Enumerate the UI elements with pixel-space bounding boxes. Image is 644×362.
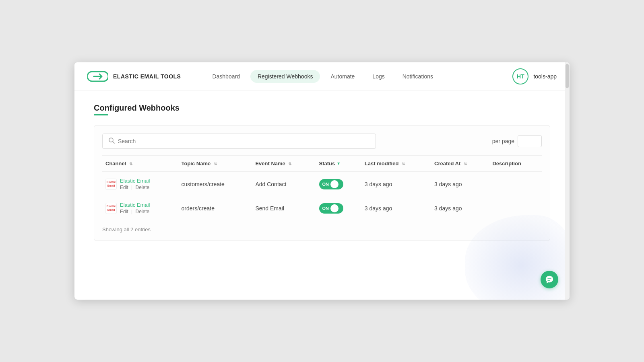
- search-input[interactable]: [118, 138, 370, 144]
- channel-actions-1: Edit | Delete: [120, 209, 150, 214]
- per-page-label: per page: [492, 138, 514, 144]
- nav-links: Dashboard Registered Webhooks Automate L…: [205, 70, 512, 83]
- table-container: per page 10 Channel ⇅ Topic Name ⇅: [94, 125, 550, 241]
- cell-status-1: ON: [316, 196, 361, 220]
- table-controls: per page 10: [102, 134, 542, 149]
- channel-name-0: Elastic Email: [120, 178, 150, 184]
- cell-event-1: Send Email: [252, 196, 316, 220]
- col-channel: Channel ⇅: [102, 156, 178, 172]
- cell-description-0: [489, 172, 542, 196]
- status-toggle-1[interactable]: ON: [319, 203, 343, 214]
- col-status-filter-icon[interactable]: ▼: [336, 161, 341, 166]
- elastic-logo-1: ElasticEmail: [105, 203, 117, 214]
- table-row: ElasticEmail Elastic Email Edit | Delete…: [102, 196, 542, 220]
- col-description: Description: [489, 156, 542, 172]
- table-footer: Showing all 2 entries: [102, 226, 542, 232]
- per-page-input[interactable]: 10: [518, 135, 542, 147]
- logo-text: ELASTIC EMAIL TOOLS: [113, 73, 181, 80]
- toggle-knob-0: [330, 180, 339, 188]
- cell-created-at-1: 3 days ago: [431, 196, 489, 220]
- col-channel-sort-icon[interactable]: ⇅: [129, 162, 132, 166]
- col-topic-sort-icon[interactable]: ⇅: [214, 162, 217, 166]
- elastic-logo-0: ElasticEmail: [105, 179, 117, 190]
- cell-event-0: Add Contact: [252, 172, 316, 196]
- separator-1: |: [131, 209, 132, 214]
- cell-created-at-0: 3 days ago: [431, 172, 489, 196]
- logo-icon: [87, 70, 108, 83]
- nav-registered-webhooks[interactable]: Registered Webhooks: [250, 70, 320, 83]
- scroll-thumb: [566, 64, 569, 88]
- table-body: ElasticEmail Elastic Email Edit | Delete…: [102, 172, 542, 220]
- toggle-knob-1: [330, 204, 339, 212]
- nav-logs[interactable]: Logs: [365, 70, 392, 83]
- col-last-modified: Last modified ⇅: [361, 156, 431, 172]
- table-header-row: Channel ⇅ Topic Name ⇅ Event Name ⇅: [102, 156, 542, 172]
- navbar: ELASTIC EMAIL TOOLS Dashboard Registered…: [74, 62, 570, 90]
- col-status: Status ▼: [316, 156, 361, 172]
- toggle-label-1: ON: [322, 206, 329, 211]
- logo-area: ELASTIC EMAIL TOOLS: [87, 70, 181, 83]
- page-title: Configured Webhooks: [94, 103, 550, 113]
- title-underline: [94, 114, 108, 115]
- edit-link-0[interactable]: Edit: [120, 185, 128, 190]
- table-row: ElasticEmail Elastic Email Edit | Delete…: [102, 172, 542, 196]
- chat-icon: [545, 275, 554, 284]
- webhooks-table: Channel ⇅ Topic Name ⇅ Event Name ⇅: [102, 155, 542, 220]
- cell-channel-1: ElasticEmail Elastic Email Edit | Delete: [102, 196, 178, 220]
- nav-notifications[interactable]: Notifications: [395, 70, 440, 83]
- nav-dashboard[interactable]: Dashboard: [205, 70, 247, 83]
- cell-description-1: [489, 196, 542, 220]
- channel-info-0: Elastic Email Edit | Delete: [120, 178, 150, 190]
- col-created-at: Created At ⇅: [431, 156, 489, 172]
- col-event-name: Event Name ⇅: [252, 156, 316, 172]
- delete-link-1[interactable]: Delete: [136, 209, 150, 214]
- search-icon: [108, 137, 115, 145]
- cell-topic-0: customers/create: [178, 172, 252, 196]
- cell-last-modified-0: 3 days ago: [361, 172, 431, 196]
- app-name-label: tools-app: [533, 73, 557, 80]
- cell-last-modified-1: 3 days ago: [361, 196, 431, 220]
- channel-info-1: Elastic Email Edit | Delete: [120, 202, 150, 214]
- entries-text: Showing all 2 entries: [102, 226, 151, 232]
- cell-topic-1: orders/create: [178, 196, 252, 220]
- per-page-area: per page 10: [492, 135, 542, 147]
- scrollbar[interactable]: [565, 62, 570, 300]
- status-toggle-0[interactable]: ON: [319, 179, 343, 189]
- channel-name-1: Elastic Email: [120, 202, 150, 208]
- user-area: HT tools-app: [512, 68, 557, 84]
- cell-channel-0: ElasticEmail Elastic Email Edit | Delete: [102, 172, 178, 196]
- col-event-sort-icon[interactable]: ⇅: [288, 162, 291, 166]
- svg-line-2: [113, 142, 114, 143]
- nav-automate[interactable]: Automate: [323, 70, 362, 83]
- col-last-modified-sort-icon[interactable]: ⇅: [402, 162, 405, 166]
- edit-link-1[interactable]: Edit: [120, 209, 128, 214]
- browser-window: ELASTIC EMAIL TOOLS Dashboard Registered…: [74, 62, 570, 300]
- col-topic-name: Topic Name ⇅: [178, 156, 252, 172]
- cell-status-0: ON: [316, 172, 361, 196]
- col-created-sort-icon[interactable]: ⇅: [464, 162, 467, 166]
- search-box: [102, 134, 376, 149]
- main-content: Configured Webhooks per page 10: [74, 90, 570, 254]
- chat-button[interactable]: [541, 271, 558, 288]
- channel-actions-0: Edit | Delete: [120, 185, 150, 190]
- separator-0: |: [131, 185, 132, 190]
- toggle-label-0: ON: [322, 182, 329, 187]
- delete-link-0[interactable]: Delete: [136, 185, 150, 190]
- avatar[interactable]: HT: [512, 68, 528, 84]
